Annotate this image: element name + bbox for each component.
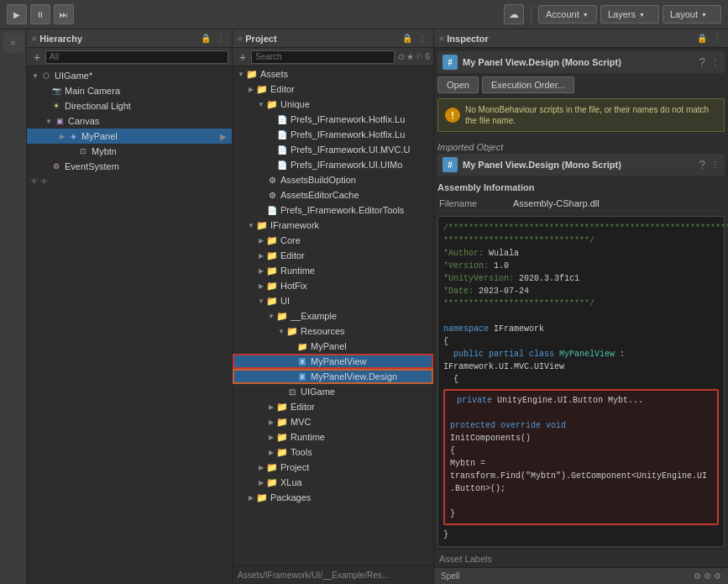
- open-button[interactable]: Open: [437, 76, 479, 93]
- sidebar-icon-1[interactable]: ≡: [3, 33, 24, 53]
- cloud-button[interactable]: ☁: [504, 4, 524, 24]
- list-item[interactable]: 📷 Main Camera: [27, 83, 232, 98]
- list-item[interactable]: 📄 Prefs_IFramework.Hotfix.Lu: [233, 127, 433, 142]
- hierarchy-header: ≡ Hierarchy 🔒 ⋮: [27, 29, 232, 48]
- step-icon: ⏭: [60, 10, 68, 19]
- list-item[interactable]: 📄 Prefs_IFramework.EditorTools: [233, 203, 433, 218]
- list-item[interactable]: ▶ 📁 Packages: [233, 490, 433, 505]
- inspector-header: ≡ Inspector 🔒 ⋮: [434, 29, 728, 48]
- folder-label: UIGame: [301, 387, 335, 397]
- code-line: 2020.3.3f1c1: [514, 274, 579, 283]
- list-item[interactable]: # MyPanelView.Design: [233, 369, 433, 384]
- asset-icon: 📄: [276, 113, 288, 125]
- list-item[interactable]: ⊡ Mybtn: [27, 144, 232, 159]
- list-item[interactable]: ▶ 📁 Runtime: [233, 429, 433, 445]
- list-item[interactable]: ▶ 📁 Editor: [233, 82, 433, 97]
- inspector-menu-icon[interactable]: ⋮: [711, 33, 723, 45]
- list-item[interactable]: ⚙ AssetsEditorCache: [233, 187, 433, 203]
- tree-arrow-icon: [44, 86, 50, 96]
- folder-label: MVC: [291, 417, 311, 427]
- tag-icon[interactable]: ⚐: [416, 52, 423, 61]
- code-line: IFramework.UI.MVC.UIView: [443, 362, 564, 371]
- list-item[interactable]: ▶ 📁 HotFix: [233, 278, 433, 293]
- list-item[interactable]: ▶ 📁 Tools: [233, 445, 433, 460]
- folder-label: XLua: [280, 477, 302, 487]
- hierarchy-search-input[interactable]: [45, 50, 228, 64]
- list-item[interactable]: ▼ ⬡ UIGame*: [27, 68, 232, 83]
- list-item[interactable]: ▶ 📁 Core: [233, 233, 433, 248]
- imported-menu-icon[interactable]: ⋮: [710, 160, 720, 171]
- list-item[interactable]: ▶ 📁 Runtime: [233, 263, 433, 278]
- list-item[interactable]: ☀ Directional Light: [27, 98, 232, 113]
- list-item[interactable]: 📄 Prefs_IFramework.UI.UIMo: [233, 157, 433, 172]
- project-lock-icon[interactable]: 🔒: [401, 33, 413, 45]
- code-keyword: private: [457, 396, 492, 405]
- folder-label: Prefs_IFramework.UI.UIMo: [291, 160, 402, 170]
- list-item[interactable]: ▼ 📁 Unique: [233, 97, 433, 112]
- list-item[interactable]: 📁 MyPanel: [233, 339, 433, 354]
- layout-dropdown[interactable]: Layout ▼: [663, 5, 721, 24]
- imported-help-icon[interactable]: ?: [699, 158, 705, 171]
- list-item[interactable]: ⊡ UIGame: [233, 384, 433, 399]
- list-item[interactable]: ▶ 📁 Editor: [233, 248, 433, 263]
- account-dropdown[interactable]: Account ▼: [538, 5, 597, 24]
- project-bottom-path: Assets/IFramework/UI/__Example/Res...: [233, 566, 433, 584]
- component-help-icon[interactable]: ?: [699, 55, 705, 69]
- folder-label: AssetsBuildOption: [280, 175, 356, 185]
- folder-label: Resources: [301, 326, 345, 336]
- folder-label: IFramework: [270, 220, 319, 230]
- warning-box: ! No MonoBehaviour scripts in the file, …: [437, 98, 725, 132]
- list-item[interactable]: 📄 Prefs_IFramework.UI.MVC.U: [233, 142, 433, 157]
- cloud-icon: ☁: [509, 8, 519, 20]
- list-item[interactable]: ▼ 📁 Resources: [233, 324, 433, 339]
- assembly-info: Assembly Information Filename Assembly-C…: [437, 181, 725, 211]
- list-item[interactable]: ▼ 📁 UI: [233, 293, 433, 308]
- folder-icon: 📁: [286, 325, 298, 337]
- execution-order-button[interactable]: Execution Order...: [482, 76, 574, 93]
- star-icon[interactable]: ★: [406, 52, 414, 61]
- filename-value: Assembly-CSharp.dll: [513, 198, 600, 208]
- code-line: *Version:: [443, 261, 489, 271]
- hierarchy-add-button[interactable]: +: [30, 50, 44, 64]
- project-search-input[interactable]: [251, 50, 395, 64]
- folder-label: Prefs_IFramework.Hotfix.Lu: [291, 114, 405, 124]
- list-item[interactable]: ▶ 📁 XLua: [233, 475, 433, 490]
- project-menu-icon[interactable]: ⋮: [416, 33, 428, 45]
- code-line: 2023-07-24: [474, 287, 529, 296]
- list-item[interactable]: ▼ ▣ Canvas: [27, 113, 232, 129]
- layers-dropdown[interactable]: Layers ▼: [600, 5, 659, 24]
- folder-arrow-icon: ▼: [256, 101, 266, 108]
- pause-button[interactable]: ⏸: [30, 4, 50, 24]
- list-item[interactable]: ▶ 📁 Editor: [233, 399, 433, 414]
- project-path-text: Assets/IFramework/UI/__Example/Res...: [238, 571, 389, 580]
- folder-arrow-icon: ▶: [266, 434, 276, 441]
- list-item[interactable]: # MyPanelView: [233, 354, 433, 369]
- list-item[interactable]: ⚙ AssetsBuildOption: [233, 172, 433, 187]
- folder-arrow-icon: ▶: [246, 86, 256, 93]
- list-item[interactable]: ▶ 📁 Project: [233, 460, 433, 475]
- list-item[interactable]: ▼ 📁 Assets: [233, 66, 433, 82]
- filter-icon[interactable]: ⊙: [398, 52, 405, 61]
- folder-icon: 📁: [266, 295, 278, 307]
- list-item[interactable]: ⚙ EventSystem: [27, 159, 232, 174]
- folder-icon: 📁: [276, 446, 288, 458]
- project-title: Project: [245, 34, 276, 44]
- hierarchy-menu-icon[interactable]: ⋮: [215, 33, 227, 45]
- component-menu-icon[interactable]: ⋮: [710, 57, 720, 68]
- list-item[interactable]: ▶ 📁 MVC: [233, 414, 433, 429]
- project-add-button[interactable]: +: [236, 50, 249, 64]
- play-button[interactable]: ▶: [7, 4, 27, 24]
- list-item[interactable]: ▶ ◈ MyPanel ▶: [27, 129, 232, 144]
- hierarchy-lock-icon[interactable]: 🔒: [200, 33, 212, 45]
- asset-icon: 📄: [276, 159, 288, 171]
- inspector-header-icons: 🔒 ⋮: [696, 33, 723, 45]
- list-item[interactable]: ▼ 📁 IFramework: [233, 218, 433, 233]
- list-item[interactable]: ▼ 📁 __Example: [233, 308, 433, 324]
- warning-text: No MonoBehaviour scripts in the file, or…: [465, 104, 717, 126]
- step-button[interactable]: ⏭: [54, 4, 74, 24]
- info-icon[interactable]: 6: [425, 52, 430, 61]
- list-item[interactable]: 📄 Prefs_IFramework.Hotfix.Lu: [233, 112, 433, 127]
- inspector-lock-icon[interactable]: 🔒: [696, 33, 708, 45]
- inspector-panel: ≡ Inspector 🔒 ⋮ # My Panel View.Design (…: [434, 29, 728, 584]
- warning-icon: !: [445, 108, 460, 123]
